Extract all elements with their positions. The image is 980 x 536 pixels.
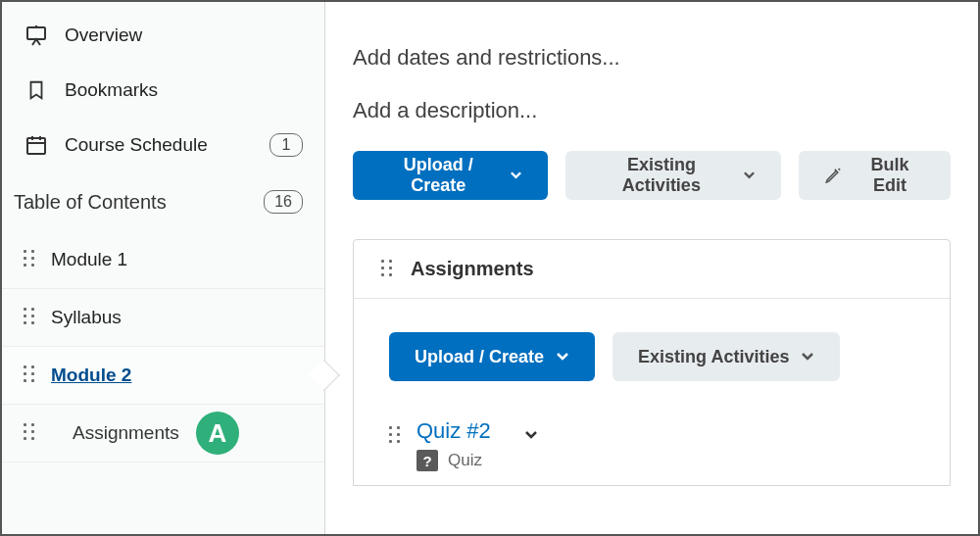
chevron-down-icon — [556, 352, 569, 362]
bulk-edit-button[interactable]: Bulk Edit — [799, 151, 951, 200]
panel-existing-activities-button[interactable]: Existing Activities — [612, 332, 840, 381]
existing-activities-label: Existing Activities — [591, 155, 731, 196]
bulk-edit-label: Bulk Edit — [855, 155, 925, 196]
existing-activities-button[interactable]: Existing Activities — [565, 151, 781, 200]
add-description-link[interactable]: Add a description... — [353, 98, 951, 123]
sidebar-overview-label: Overview — [65, 24, 142, 46]
sidebar-schedule[interactable]: Course Schedule 1 — [2, 118, 324, 172]
sidebar-item-label: Module 2 — [51, 365, 131, 386]
sidebar-overview[interactable]: Overview — [2, 8, 324, 63]
sidebar-item-module-1[interactable]: Module 1 — [2, 231, 324, 289]
drag-handle-icon[interactable] — [24, 250, 37, 269]
panel-body: Upload / Create Existing Activities Quiz… — [354, 299, 950, 485]
content-item-body: Quiz #2 ? Quiz — [416, 418, 491, 471]
drag-handle-icon[interactable] — [24, 308, 37, 327]
sidebar-item-label: Assignments — [73, 422, 179, 444]
add-dates-link[interactable]: Add dates and restrictions... — [353, 45, 951, 71]
content-item-title[interactable]: Quiz #2 — [416, 418, 491, 444]
panel-upload-create-label: Upload / Create — [415, 347, 544, 367]
drag-handle-icon[interactable] — [24, 423, 37, 443]
drag-handle-icon[interactable] — [381, 260, 395, 279]
sidebar-bookmarks[interactable]: Bookmarks — [2, 63, 324, 118]
panel-title: Assignments — [411, 258, 534, 280]
svg-rect-1 — [27, 138, 45, 154]
presentation-icon — [24, 24, 49, 47]
chevron-down-icon — [743, 171, 756, 180]
toc-count-badge: 16 — [264, 190, 303, 214]
sidebar: Overview Bookmarks Course Schedule 1 Tab… — [2, 2, 325, 534]
chevron-down-icon — [801, 352, 814, 362]
sidebar-bookmarks-label: Bookmarks — [65, 79, 158, 101]
chevron-down-icon — [510, 171, 522, 180]
sidebar-item-label: Module 1 — [51, 249, 127, 270]
panel-existing-activities-label: Existing Activities — [638, 347, 789, 367]
content-item-quiz[interactable]: Quiz #2 ? Quiz — [389, 414, 914, 475]
toc-label: Table of Contents — [14, 191, 167, 214]
drag-handle-icon[interactable] — [24, 365, 37, 385]
sidebar-toc[interactable]: Table of Contents 16 — [2, 172, 324, 231]
assignments-panel: Assignments Upload / Create Existing Act… — [353, 239, 951, 486]
drag-handle-icon[interactable] — [389, 426, 403, 446]
upload-create-label: Upload / Create — [378, 155, 498, 196]
content-item-type: Quiz — [448, 451, 482, 470]
sidebar-item-syllabus[interactable]: Syllabus — [2, 289, 324, 347]
annotation-badge-a: A — [196, 412, 239, 455]
panel-upload-create-button[interactable]: Upload / Create — [389, 332, 595, 381]
edit-icon — [824, 166, 842, 185]
sidebar-schedule-label: Course Schedule — [65, 134, 208, 156]
sidebar-item-module-2[interactable]: Module 2 — [2, 347, 324, 405]
sidebar-item-label: Syllabus — [51, 307, 122, 328]
calendar-icon — [24, 133, 49, 157]
main-content: Add dates and restrictions... Add a desc… — [325, 2, 978, 534]
upload-create-button[interactable]: Upload / Create — [353, 151, 548, 200]
schedule-count-badge: 1 — [270, 133, 303, 157]
bookmark-icon — [24, 78, 49, 102]
chevron-down-icon[interactable] — [524, 430, 538, 440]
panel-header[interactable]: Assignments — [354, 240, 950, 299]
quiz-type-icon: ? — [416, 450, 438, 471]
sidebar-item-assignments[interactable]: Assignments A — [2, 405, 324, 463]
toolbar: Upload / Create Existing Activities Bulk… — [353, 151, 951, 200]
